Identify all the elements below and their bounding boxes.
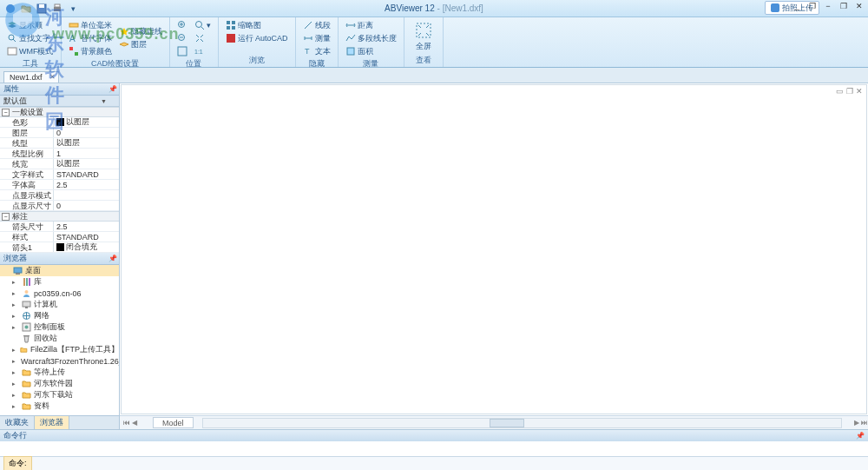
chevron-right-icon[interactable]: ▸ (12, 347, 17, 354)
save-icon[interactable] (35, 2, 49, 16)
chevron-right-icon[interactable]: ▸ (12, 403, 19, 410)
drawing-canvas[interactable]: ▭ ❐ ✕ (121, 84, 867, 414)
chevron-right-icon[interactable]: ▸ (12, 301, 19, 308)
layer-button[interactable]: 图层 (117, 39, 164, 51)
command-line-panel: 命令行 📌 (0, 429, 868, 456)
maximize-button[interactable]: ❐ (838, 2, 849, 10)
wmf-mode-button[interactable]: WMF模式 (5, 45, 56, 57)
tree-item-computer[interactable]: ▸计算机 (0, 299, 119, 310)
distance-button[interactable]: 距离 (344, 19, 398, 31)
pin-icon[interactable]: 📌 (856, 432, 865, 440)
favorites-tab[interactable]: 收藏夹 (0, 416, 35, 429)
hide-lines-button[interactable]: 隐藏虚线 (117, 26, 164, 38)
replace-font-button[interactable]: A替代字体 (67, 32, 114, 44)
qat-dropdown-icon[interactable]: ▾ (66, 2, 80, 16)
fullscreen-button[interactable]: 全屏 (410, 19, 437, 54)
open-icon[interactable] (19, 2, 33, 16)
property-row[interactable]: 箭头1闭合填充 (0, 242, 119, 253)
nav-first-icon[interactable]: ⏮ (123, 419, 130, 427)
bg-color-button[interactable]: 背景颜色 (67, 45, 114, 57)
browser-tab[interactable]: 浏览器 (35, 416, 69, 429)
tree-item-label: 计算机 (34, 299, 57, 310)
tab-close-icon[interactable]: ✕ (49, 73, 56, 81)
tree-item-wait-upload[interactable]: ▸等待上传 (0, 367, 119, 378)
command-input[interactable] (32, 460, 868, 468)
color-swatch (56, 243, 64, 251)
close-button[interactable]: ✕ (854, 2, 865, 10)
zoom-reset-button[interactable]: 1:1 (193, 45, 213, 57)
print-icon[interactable] (50, 2, 64, 16)
tree-item-control-panel[interactable]: ▸控制面板 (0, 321, 119, 333)
chevron-right-icon[interactable]: ▸ (12, 358, 16, 365)
properties-selector[interactable]: 默认值 ▼ (0, 96, 119, 107)
chevron-right-icon[interactable]: ▸ (12, 392, 19, 399)
property-row[interactable]: 图层0 (0, 128, 119, 138)
zoom-minus-button[interactable] (193, 32, 213, 44)
app-menu-button[interactable] (3, 2, 17, 16)
measure-button[interactable]: 测量 (301, 32, 332, 44)
document-tab[interactable]: New1.dxf✕ (3, 71, 59, 83)
chevron-right-icon[interactable]: ▸ (12, 290, 19, 297)
nav-last-icon[interactable]: ⏭ (861, 419, 868, 427)
chevron-right-icon[interactable]: ▸ (12, 324, 19, 331)
zoom-in-button[interactable] (175, 19, 189, 31)
display-order-button[interactable]: 显示顺 (5, 19, 56, 31)
tree-item-warcraft[interactable]: ▸Warcraft3FrozenThrone1.26_chs (0, 355, 119, 367)
collapse-icon[interactable]: − (2, 213, 10, 221)
color-swatch (56, 118, 64, 126)
nav-next-icon[interactable]: ▶ (854, 419, 859, 427)
tree-item-hedong-dl[interactable]: ▸河东下载站 (0, 389, 119, 400)
tree-item-label: 等待上传 (34, 367, 65, 378)
cascade-icon[interactable]: ❐ (846, 87, 853, 96)
property-row[interactable]: 色彩以图层 (0, 117, 119, 128)
area-button[interactable]: 面积 (344, 45, 398, 57)
tile-icon[interactable]: ▭ (836, 87, 844, 96)
property-row[interactable]: 样式STANDARD (0, 232, 119, 242)
tree-item-libraries[interactable]: ▸库 (0, 276, 119, 288)
text-button[interactable]: T文本 (301, 45, 332, 57)
property-row[interactable]: 文字样式STANDARD (0, 169, 119, 180)
tree-item-filezilla[interactable]: ▸FileZilla【FTP上传工具】 (0, 344, 119, 355)
horizontal-scrollbar[interactable] (202, 418, 842, 428)
chevron-right-icon[interactable]: ▸ (12, 313, 19, 320)
fullscreen-icon (415, 22, 432, 39)
chevron-right-icon[interactable]: ▸ (12, 279, 19, 286)
tree-item-user[interactable]: ▸pc0359.cn-06 (0, 288, 119, 299)
line-button[interactable]: 线段 (301, 19, 332, 31)
chevron-right-icon[interactable]: ▸ (12, 381, 19, 387)
polyline-length-button[interactable]: 多段线长度 (344, 32, 398, 44)
run-autocad-button[interactable]: 运行 AutoCAD (224, 32, 290, 44)
tree-item-desktop[interactable]: 桌面 (0, 265, 119, 276)
tree-item-ziliao[interactable]: ▸资料 (0, 400, 119, 412)
property-row[interactable]: 线型比例1 (0, 149, 119, 159)
zoom-fit-button[interactable] (175, 45, 189, 57)
nav-prev-icon[interactable]: ◀ (132, 419, 137, 427)
property-row[interactable]: 点显示模式 (0, 190, 119, 201)
mdi-restore-button[interactable]: ❐ (807, 2, 818, 10)
property-row[interactable]: 线型以图层 (0, 138, 119, 149)
unit-mm-button[interactable]: 单位毫米 (67, 19, 114, 31)
mdi-minimize-button[interactable]: _ (792, 2, 802, 10)
tree-item-hedong[interactable]: ▸河东软件园 (0, 378, 119, 389)
property-category[interactable]: −一般设置 (0, 107, 119, 117)
pin-icon[interactable]: 📌 (108, 85, 117, 93)
find-text-button[interactable]: 查找文字 (5, 32, 56, 44)
close-view-icon[interactable]: ✕ (856, 87, 863, 96)
ribbon-group-label: 隐藏 (301, 58, 332, 70)
property-row[interactable]: 点显示尺寸0 (0, 201, 119, 211)
property-row[interactable]: 字体高2.5 (0, 180, 119, 190)
property-row[interactable]: 线宽以图层 (0, 159, 119, 169)
model-tab[interactable]: Model (153, 417, 194, 428)
pin-icon[interactable]: 📌 (108, 255, 117, 262)
collapse-icon[interactable]: − (2, 109, 10, 116)
tree-item-network[interactable]: ▸网络 (0, 310, 119, 321)
zoom-plus-button[interactable]: ▾ (193, 19, 213, 31)
zoom-out-button[interactable] (175, 32, 189, 44)
thumbnail-button[interactable]: 缩略图 (224, 19, 290, 31)
property-row[interactable]: 箭头尺寸2.5 (0, 222, 119, 232)
tree-item-recycle[interactable]: 回收站 (0, 333, 119, 344)
ribbon-group-label: 工具 (5, 58, 56, 70)
minimize-button[interactable]: − (823, 2, 833, 10)
chevron-right-icon[interactable]: ▸ (12, 369, 19, 376)
property-category[interactable]: −标注 (0, 211, 119, 222)
